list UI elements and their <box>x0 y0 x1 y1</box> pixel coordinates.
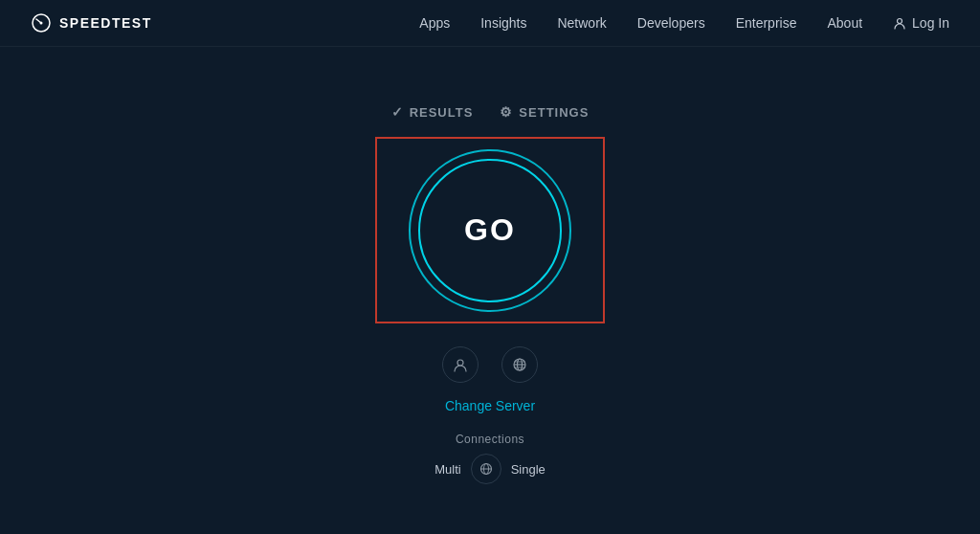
tab-results-label: RESULTS <box>410 105 474 120</box>
change-server-link[interactable]: Change Server <box>445 398 535 413</box>
globe-icon <box>512 357 527 372</box>
nav-item-about[interactable]: About <box>827 15 862 31</box>
single-label: Single <box>511 462 546 477</box>
user-icon <box>893 16 906 30</box>
connections-toggle: Multi Single <box>434 454 546 484</box>
user-icon-button[interactable] <box>442 346 479 383</box>
tab-results[interactable]: ✓ RESULTS <box>391 104 474 120</box>
main-content: ✓ RESULTS ⚙ SETTINGS GO <box>0 47 980 484</box>
go-button[interactable]: GO <box>418 159 562 302</box>
person-icon <box>453 357 468 372</box>
globe-icon-button[interactable] <box>501 346 538 383</box>
header: SPEEDTEST Apps Insights Network Develope… <box>0 0 980 47</box>
toggle-icon-button[interactable] <box>471 454 501 484</box>
settings-icon: ⚙ <box>500 104 513 120</box>
results-icon: ✓ <box>391 104 404 120</box>
speedtest-logo-icon <box>31 12 52 33</box>
nav-item-developers[interactable]: Developers <box>637 15 705 31</box>
connections-section: Connections Multi Single <box>434 433 546 484</box>
nav-item-insights[interactable]: Insights <box>480 15 526 31</box>
tab-settings-label: SETTINGS <box>519 105 589 120</box>
go-label: GO <box>464 212 516 248</box>
logo: SPEEDTEST <box>31 12 152 33</box>
tab-settings[interactable]: ⚙ SETTINGS <box>500 104 589 120</box>
login-button[interactable]: Log In <box>893 15 949 31</box>
svg-point-2 <box>898 19 902 24</box>
nav-item-network[interactable]: Network <box>557 15 606 31</box>
speedtest-box: GO <box>375 137 605 323</box>
connections-label: Connections <box>456 433 524 446</box>
svg-point-3 <box>457 360 463 366</box>
bottom-icons <box>442 346 538 383</box>
connections-toggle-icon <box>479 462 493 476</box>
nav-item-enterprise[interactable]: Enterprise <box>736 15 797 31</box>
svg-point-1 <box>40 22 43 25</box>
login-label: Log In <box>912 15 949 31</box>
nav-item-apps[interactable]: Apps <box>419 15 450 31</box>
main-nav: Apps Insights Network Developers Enterpr… <box>419 15 949 31</box>
tabs-bar: ✓ RESULTS ⚙ SETTINGS <box>391 104 590 120</box>
logo-text: SPEEDTEST <box>59 15 152 31</box>
multi-label: Multi <box>434 462 460 477</box>
go-circle-outer: GO <box>409 149 571 312</box>
